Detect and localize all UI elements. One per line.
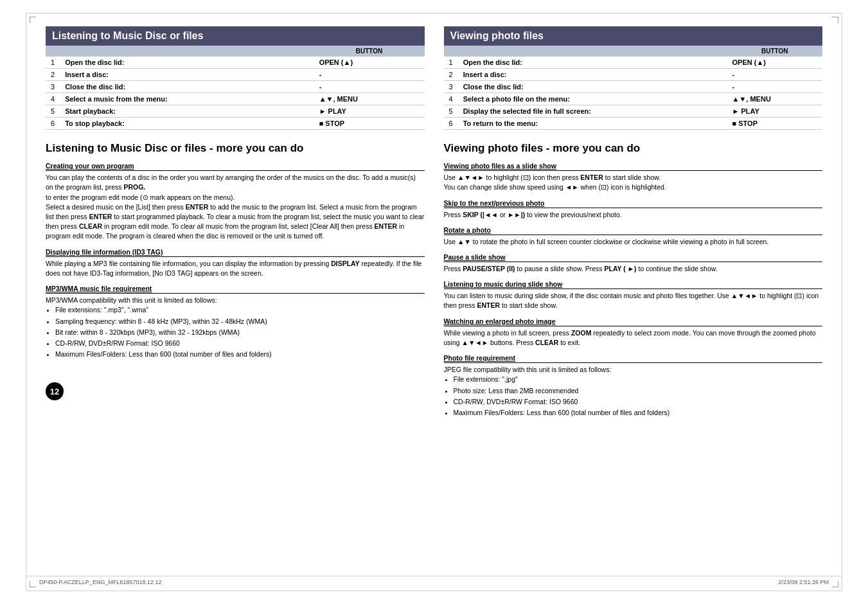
row-button: - — [727, 81, 822, 93]
photo-table-header: BUTTON — [444, 46, 823, 57]
music-table-title-row: Listening to Music Disc or files — [46, 26, 425, 46]
photo-header-num — [444, 46, 458, 57]
table-row: 5 Start playback: ► PLAY — [46, 105, 425, 118]
subsection-body: You can play the contents of a disc in t… — [46, 173, 425, 242]
photo-requirement-list: File extensions: ".jpg" Photo size: Less… — [454, 375, 823, 418]
row-num: 5 — [444, 105, 458, 118]
subsection-body: JPEG file compatibility with this unit i… — [444, 365, 823, 418]
row-action: Open the disc lid: — [60, 57, 314, 69]
row-action: Close the disc lid: — [458, 81, 727, 93]
list-item: Sampling frequency: within 8 - 48 kHz (M… — [55, 317, 425, 326]
row-button: ► PLAY — [314, 105, 425, 118]
row-action: Start playback: — [60, 105, 314, 118]
row-action: Insert a disc: — [60, 69, 314, 81]
subsection-enlarge: Watching an enlarged photo image While v… — [444, 317, 823, 348]
subsection-title: Watching an enlarged photo image — [444, 317, 823, 326]
right-column: Viewing photo files BUTTON 1 Open the di… — [444, 26, 823, 419]
page-wrapper: Listening to Music Disc or files BUTTON … — [26, 13, 842, 591]
subsection-rotate: Rotate a photo Use ▲▼ to rotate the phot… — [444, 226, 823, 247]
table-row: 4 Select a music from the menu: ▲▼, MENU — [46, 93, 425, 105]
row-num: 4 — [444, 93, 458, 105]
subsection-body: While viewing a photo in full screen, pr… — [444, 328, 823, 348]
subsection-body: Press PAUSE/STEP (II) to pause a slide s… — [444, 264, 823, 274]
subsection-body: Use ▲▼◄► to highlight (⊡) icon then pres… — [444, 173, 823, 192]
left-column: Listening to Music Disc or files BUTTON … — [46, 26, 425, 419]
subsection-creating: Creating your own program You can play t… — [46, 162, 425, 242]
subsection-title: MP3/WMA music file requirement — [46, 285, 425, 294]
table-row: 5 Display the selected file in full scre… — [444, 105, 823, 118]
row-button: ▲▼, MENU — [314, 93, 425, 105]
footer-bar: DP450-P.ACZELLP_ENG_MFL61857018.12 12 2/… — [26, 576, 842, 585]
subsection-title: Skip to the next/previous photo — [444, 199, 823, 208]
row-action: Select a music from the menu: — [60, 93, 314, 105]
subsection-slideshow: Viewing photo files as a slide show Use … — [444, 162, 823, 192]
row-num: 5 — [46, 105, 60, 118]
row-button: ▲▼, MENU — [727, 93, 822, 105]
music-table-title: Listening to Music Disc or files — [46, 26, 425, 46]
row-num: 6 — [444, 118, 458, 130]
row-num: 6 — [46, 118, 60, 130]
music-header-button: BUTTON — [314, 46, 425, 57]
photo-table-title: Viewing photo files — [444, 26, 823, 46]
footer-right: 2/23/09 2:51:26 PM — [778, 579, 829, 585]
list-item: Photo size: Less than 2MB recommended — [454, 386, 823, 396]
row-action: Select a photo file on the menu: — [458, 93, 727, 105]
subsection-body: You can listen to music during slide sho… — [444, 291, 823, 310]
music-table: Listening to Music Disc or files BUTTON … — [46, 26, 425, 130]
photo-header-action — [458, 46, 727, 57]
music-more-section: Listening to Music Disc or files - more … — [46, 141, 425, 359]
table-row: 4 Select a photo file on the menu: ▲▼, M… — [444, 93, 823, 105]
subsection-body: While playing a MP3 file containing file… — [46, 259, 425, 278]
table-row: 2 Insert a disc: - — [444, 69, 823, 81]
list-item: CD-R/RW, DVD±R/RW Format: ISO 9660 — [454, 397, 823, 407]
row-num: 1 — [444, 57, 458, 69]
table-row: 3 Close the disc lid: - — [46, 81, 425, 93]
row-button: ■ STOP — [727, 118, 822, 130]
subsection-title: Rotate a photo — [444, 226, 823, 235]
subsection-pause: Pause a slide show Press PAUSE/STEP (II)… — [444, 253, 823, 274]
photo-table: Viewing photo files BUTTON 1 Open the di… — [444, 26, 823, 130]
subsection-body: Press SKIP (|◄◄ or ►►|) to view the prev… — [444, 210, 823, 220]
row-action: Close the disc lid: — [60, 81, 314, 93]
page-number-area: 12 — [46, 372, 425, 400]
page-number-badge: 12 — [46, 382, 64, 400]
photo-table-section: Viewing photo files BUTTON 1 Open the di… — [444, 26, 823, 130]
row-button: ► PLAY — [727, 105, 822, 118]
subsection-title: Listening to music during slide show — [444, 280, 823, 289]
row-num: 3 — [444, 81, 458, 93]
table-row: 2 Insert a disc: - — [46, 69, 425, 81]
row-action: Open the disc lid: — [458, 57, 727, 69]
row-button: OPEN (▲) — [727, 57, 822, 69]
subsection-mp3-req: MP3/WMA music file requirement MP3/WMA c… — [46, 285, 425, 359]
requirement-list: File extensions: ".mp3", ".wma" Sampling… — [55, 305, 425, 359]
row-num: 1 — [46, 57, 60, 69]
table-row: 3 Close the disc lid: - — [444, 81, 823, 93]
music-more-title: Listening to Music Disc or files - more … — [46, 141, 425, 155]
row-button: - — [314, 81, 425, 93]
subsection-title: Displaying file information (ID3 TAG) — [46, 248, 425, 257]
subsection-skip: Skip to the next/previous photo Press SK… — [444, 199, 823, 220]
list-item: CD-R/RW, DVD±R/RW Format: ISO 9660 — [55, 339, 425, 348]
row-num: 4 — [46, 93, 60, 105]
subsection-title: Creating your own program — [46, 162, 425, 171]
row-button: OPEN (▲) — [314, 57, 425, 69]
music-header-num — [46, 46, 60, 57]
subsection-title: Viewing photo files as a slide show — [444, 162, 823, 171]
table-row: 6 To stop playback: ■ STOP — [46, 118, 425, 130]
row-num: 2 — [444, 69, 458, 81]
list-item: Maximum Files/Folders: Less than 600 (to… — [55, 350, 425, 359]
row-action: To return to the menu: — [458, 118, 727, 130]
subsection-photo-req: Photo file requirement JPEG file compati… — [444, 354, 823, 418]
footer-left: DP450-P.ACZELLP_ENG_MFL61857018.12 12 — [39, 579, 161, 585]
music-table-header: BUTTON — [46, 46, 425, 57]
photo-more-section: Viewing photo files - more you can do Vi… — [444, 141, 823, 418]
row-action: Insert a disc: — [458, 69, 727, 81]
list-item: File extensions: ".jpg" — [454, 375, 823, 384]
row-button: ■ STOP — [314, 118, 425, 130]
subsection-music-slide: Listening to music during slide show You… — [444, 280, 823, 310]
photo-table-title-row: Viewing photo files — [444, 26, 823, 46]
table-row: 1 Open the disc lid: OPEN (▲) — [444, 57, 823, 69]
row-button: - — [314, 69, 425, 81]
row-num: 2 — [46, 69, 60, 81]
row-action: Display the selected file in full screen… — [458, 105, 727, 118]
